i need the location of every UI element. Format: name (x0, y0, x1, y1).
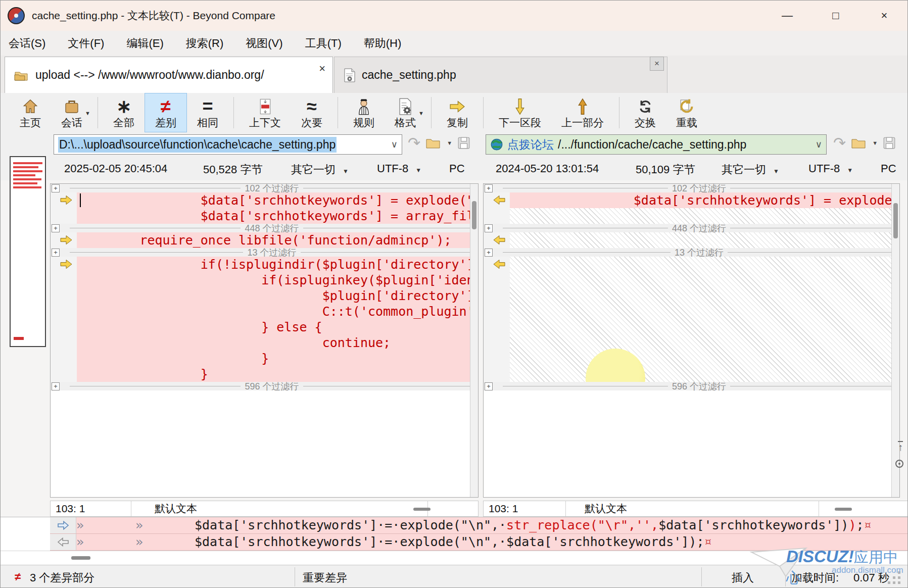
tab-close-button[interactable]: × (650, 57, 664, 71)
swap-button[interactable]: 交换 (625, 93, 666, 132)
home-button[interactable]: 主页 (10, 93, 51, 132)
left-format-select[interactable]: 其它一切▼ (291, 162, 349, 177)
save-icon[interactable] (457, 136, 470, 150)
diff-line[interactable]: $data['srchhotkeywords'] = explode("\n",… (51, 192, 478, 208)
scrollbar-thumb[interactable] (71, 556, 90, 560)
left-pane-scrollbar[interactable] (470, 184, 478, 497)
chevron-down-icon[interactable]: ▼ (872, 140, 878, 146)
expand-icon[interactable]: + (485, 249, 493, 257)
collapsed-section[interactable]: + 13 个过滤行 (484, 248, 899, 257)
splitter-handle[interactable] (835, 508, 852, 511)
expand-icon[interactable]: + (485, 184, 493, 192)
diff-line[interactable]: C::t('common_plugin') (51, 304, 478, 319)
resize-grip[interactable] (888, 571, 903, 584)
overview-position-marker[interactable] (14, 337, 24, 340)
browse-folder-icon[interactable] (851, 136, 866, 150)
menu-file[interactable]: 文件(F) (68, 36, 104, 51)
diff-line[interactable]: require_once libfile('function/admincp')… (51, 232, 478, 248)
left-file-pane[interactable]: + 102 个过滤行 $data['srchhotkeywords'] = ex… (50, 183, 479, 498)
menu-tools[interactable]: 工具(T) (305, 36, 342, 51)
copy-left-arrow-icon[interactable] (493, 234, 506, 246)
tab-folder-compare[interactable]: upload <--> /www/wwwroot/www.dianbo.org/… (5, 57, 333, 93)
show-all-button[interactable]: ∗ 全部 (103, 93, 145, 132)
diff-line[interactable]: $data['srchhotkeywords'] = explode("\n",… (484, 192, 899, 208)
right-path-site[interactable]: 点拨论坛 (507, 137, 554, 153)
menu-session[interactable]: 会话(S) (9, 36, 45, 51)
maximize-button[interactable]: □ (811, 1, 860, 31)
expand-icon[interactable]: + (52, 224, 60, 232)
left-path-input[interactable]: D:\...\upload\source\function\cache\cach… (54, 134, 402, 155)
diff-overview-strip[interactable] (10, 156, 46, 347)
show-same-button[interactable]: = 相同 (187, 93, 228, 132)
right-file-pane[interactable]: + 102 个过滤行 $data['srchhotkeywords'] = ex… (483, 183, 900, 498)
chevron-down-icon[interactable]: ▼ (447, 140, 452, 146)
collapsed-section[interactable]: + 102 个过滤行 (484, 184, 899, 192)
collapsed-section[interactable]: + 13 个过滤行 (51, 248, 478, 257)
collapsed-section[interactable]: + 448 个过滤行 (484, 224, 899, 232)
copy-right-arrow-icon[interactable] (60, 259, 73, 270)
copy-right-outline-arrow-icon[interactable] (57, 520, 69, 530)
menu-edit[interactable]: 编辑(E) (126, 36, 163, 51)
splitter-handle[interactable] (413, 508, 431, 511)
diff-line[interactable]: } (51, 366, 478, 382)
diff-line[interactable]: } else { (51, 319, 478, 335)
diff-line[interactable]: continue; (51, 335, 478, 351)
minimize-button[interactable]: — (763, 1, 811, 31)
menu-help[interactable]: 帮助(H) (364, 36, 402, 51)
scrollbar-thumb[interactable] (472, 201, 476, 229)
left-encoding-select[interactable]: UTF-8▼ (377, 162, 421, 175)
chevron-down-icon[interactable]: ∨ (813, 139, 822, 150)
chevron-down-icon[interactable]: ∨ (388, 139, 398, 150)
save-icon[interactable] (883, 136, 896, 150)
refresh-icon[interactable]: ↷ (833, 135, 846, 151)
scrollbar-thumb[interactable] (893, 203, 898, 238)
copy-left-outline-arrow-icon[interactable] (57, 537, 69, 547)
collapsed-section[interactable]: + 448 个过滤行 (51, 224, 478, 232)
chevron-down-icon[interactable]: ▼ (85, 110, 90, 116)
session-button[interactable]: 会话 ▼ (51, 93, 92, 132)
menu-search[interactable]: 搜索(R) (186, 36, 224, 51)
previous-part-button[interactable]: 上一部分 (551, 93, 614, 132)
expand-icon[interactable]: + (485, 382, 493, 390)
tab-close-icon[interactable]: × (319, 62, 325, 75)
horizontal-scrollbar[interactable] (1, 551, 908, 565)
copy-right-arrow-icon[interactable] (60, 194, 73, 206)
diff-line[interactable]: if(!isplugindir($plugin['directory'])) { (51, 257, 478, 272)
format-button[interactable]: 格式 ▼ (385, 93, 426, 132)
diff-line[interactable]: $plugin['directory'] = (51, 288, 478, 304)
collapsed-section[interactable]: + 596 个过滤行 (484, 382, 899, 390)
browse-folder-icon[interactable] (425, 136, 441, 150)
next-section-button[interactable]: 下一区段 (489, 93, 551, 132)
show-differences-button[interactable]: ≠ 差别 (145, 93, 187, 132)
context-button[interactable]: 上下文 (239, 93, 291, 132)
close-button[interactable]: × (860, 1, 908, 31)
diff-line[interactable]: $data['srchhotkeywords'] = array_filter( (51, 208, 478, 224)
expand-icon[interactable]: + (52, 382, 60, 390)
expand-icon[interactable]: + (52, 184, 60, 192)
tab-file-compare[interactable]: cache_setting.php × (334, 57, 667, 93)
scroll-top-icon[interactable]: ↑ (898, 441, 903, 452)
refresh-icon[interactable]: ↷ (408, 135, 420, 151)
copy-left-arrow-icon[interactable] (493, 259, 506, 270)
detail-line[interactable]: »»$data['srchhotkeywords']·=·explode("\n… (50, 517, 908, 534)
right-format-select[interactable]: 其它一切▼ (722, 162, 779, 177)
detail-line[interactable]: »»$data['srchhotkeywords']·=·explode("\n… (50, 534, 908, 551)
right-path-input[interactable]: 点拨论坛 /.../function/cache/cache_setting.p… (486, 134, 827, 155)
diff-line[interactable]: } (51, 351, 478, 366)
expand-icon[interactable]: + (52, 249, 60, 257)
right-encoding-select[interactable]: UTF-8▼ (808, 162, 853, 175)
expand-icon[interactable]: + (485, 224, 493, 232)
copy-left-arrow-icon[interactable] (493, 194, 506, 206)
collapsed-section[interactable]: + 102 个过滤行 (51, 184, 478, 192)
copy-right-arrow-icon[interactable] (60, 234, 73, 246)
rules-button[interactable]: 规则 (343, 93, 385, 132)
diff-line[interactable]: if(ispluginkey($plugin['identifier'])) { (51, 272, 478, 288)
menu-view[interactable]: 视图(V) (246, 36, 282, 51)
chevron-down-icon: ▼ (343, 168, 349, 175)
copy-button[interactable]: 复制 (437, 93, 478, 132)
reload-button[interactable]: 重载 (666, 93, 707, 132)
minor-button[interactable]: ≈ 次要 (291, 93, 332, 132)
collapsed-section[interactable]: + 596 个过滤行 (51, 382, 478, 390)
chevron-down-icon[interactable]: ▼ (418, 110, 424, 116)
locate-icon[interactable] (895, 460, 903, 468)
